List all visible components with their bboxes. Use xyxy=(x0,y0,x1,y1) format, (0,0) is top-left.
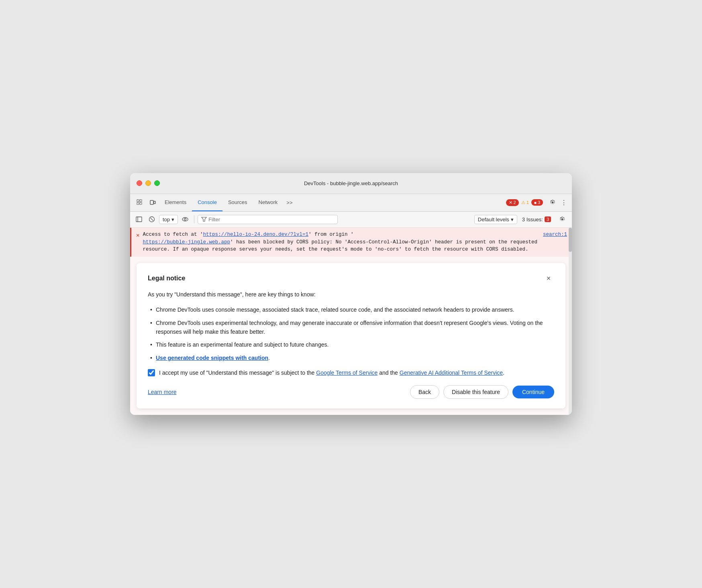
footer-buttons: Back Disable this feature Continue xyxy=(410,385,554,399)
more-options-button[interactable]: ⋮ xyxy=(559,196,569,209)
legal-bullet-3: This feature is an experimental feature … xyxy=(148,340,554,349)
google-tos-link[interactable]: Google Terms of Service xyxy=(316,370,378,376)
filter-wrapper xyxy=(198,215,338,224)
device-toolbar-icon[interactable] xyxy=(146,196,159,209)
more-tabs-button[interactable]: >> xyxy=(283,200,296,206)
title-bar: DevTools - bubble-jingle.web.app/search xyxy=(130,173,572,194)
accept-text: I accept my use of "Understand this mess… xyxy=(159,369,504,377)
filter-icon xyxy=(201,216,207,222)
accept-checkbox[interactable] xyxy=(148,369,155,376)
scrollbar-track xyxy=(569,228,572,415)
console-content: ✕ Access to fetch at 'https://hello-io-2… xyxy=(130,228,572,415)
svg-point-10 xyxy=(182,218,188,221)
back-button[interactable]: Back xyxy=(410,385,439,399)
error-badge-group: ✕ 2 ⚠ 1 ■ 3 xyxy=(506,199,543,206)
svg-point-11 xyxy=(184,218,186,220)
error-icon: ✕ xyxy=(136,231,139,240)
legal-notice-dialog: Legal notice × As you try "Understand th… xyxy=(137,263,565,408)
svg-rect-3 xyxy=(140,202,142,204)
error-origin-link[interactable]: https://bubble-jingle.web.app xyxy=(143,239,230,245)
disable-feature-button[interactable]: Disable this feature xyxy=(443,385,508,399)
warning-badge[interactable]: ⚠ 1 xyxy=(521,200,529,205)
legal-intro-text: As you try "Understand this message", he… xyxy=(148,290,554,299)
svg-rect-4 xyxy=(150,200,153,204)
settings-button[interactable] xyxy=(546,196,559,209)
clear-console-button[interactable] xyxy=(146,214,157,225)
scrollbar-thumb[interactable] xyxy=(569,228,572,252)
issues-count-button[interactable]: 3 Issues: 3 xyxy=(519,215,554,224)
console-settings-button[interactable] xyxy=(556,213,569,226)
console-toolbar: top ▾ Default levels ▾ 3 Issues: 3 xyxy=(130,212,572,228)
accept-terms-row: I accept my use of "Understand this mess… xyxy=(148,369,554,377)
svg-line-9 xyxy=(151,218,153,221)
generative-ai-tos-link[interactable]: Generative AI Additional Terms of Servic… xyxy=(400,370,503,376)
error-url-link[interactable]: https://hello-io-24.deno.dev/?lvl=1 xyxy=(203,232,308,237)
issues-icon: 3 xyxy=(545,216,551,222)
tab-console[interactable]: Console xyxy=(192,194,222,211)
legal-bullets-list: Chrome DevTools uses console message, as… xyxy=(148,305,554,362)
tab-elements[interactable]: Elements xyxy=(159,194,192,211)
svg-rect-1 xyxy=(137,202,139,204)
error-text: Access to fetch at 'https://hello-io-24.… xyxy=(143,231,567,253)
svg-rect-2 xyxy=(140,200,142,202)
error-badge[interactable]: ✕ 2 xyxy=(506,199,519,206)
sidebar-toggle-button[interactable] xyxy=(133,214,145,225)
close-dialog-button[interactable]: × xyxy=(543,273,554,284)
close-button[interactable] xyxy=(137,180,142,186)
legal-notice-header: Legal notice × xyxy=(148,273,554,284)
filter-input[interactable] xyxy=(208,216,334,223)
legal-bullet-1: Chrome DevTools uses console message, as… xyxy=(148,305,554,314)
legal-notice-footer: Learn more Back Disable this feature Con… xyxy=(148,385,554,399)
error-source-link[interactable]: search:1 xyxy=(543,231,567,239)
legal-notice-title: Legal notice xyxy=(148,275,185,282)
svg-rect-0 xyxy=(137,200,139,202)
minimize-button[interactable] xyxy=(145,180,151,186)
continue-button[interactable]: Continue xyxy=(512,386,554,398)
context-selector[interactable]: top ▾ xyxy=(159,215,178,224)
log-levels-button[interactable]: Default levels ▾ xyxy=(474,215,517,224)
svg-rect-5 xyxy=(154,201,155,204)
window-title: DevTools - bubble-jingle.web.app/search xyxy=(304,180,398,186)
devtools-window: DevTools - bubble-jingle.web.app/search … xyxy=(130,173,572,415)
tab-network[interactable]: Network xyxy=(253,194,284,211)
tab-sources[interactable]: Sources xyxy=(222,194,253,211)
legal-bullet-2: Chrome DevTools uses experimental techno… xyxy=(148,318,554,337)
legal-bullet-4: Use generated code snippets with caution… xyxy=(148,353,554,362)
toolbar-divider xyxy=(194,215,194,223)
live-expressions-button[interactable] xyxy=(180,214,191,225)
snippet-caution-link[interactable]: Use generated code snippets with caution xyxy=(156,355,268,361)
svg-rect-6 xyxy=(136,217,142,222)
learn-more-link[interactable]: Learn more xyxy=(148,389,177,395)
svg-marker-12 xyxy=(202,217,206,221)
error-message-row: ✕ Access to fetch at 'https://hello-io-2… xyxy=(130,228,572,257)
traffic-lights xyxy=(137,180,160,186)
devtools-tab-bar: Elements Console Sources Network >> ✕ 2 … xyxy=(130,194,572,212)
inspect-element-icon[interactable] xyxy=(133,196,146,209)
maximize-button[interactable] xyxy=(154,180,160,186)
info-badge[interactable]: ■ 3 xyxy=(531,199,543,206)
